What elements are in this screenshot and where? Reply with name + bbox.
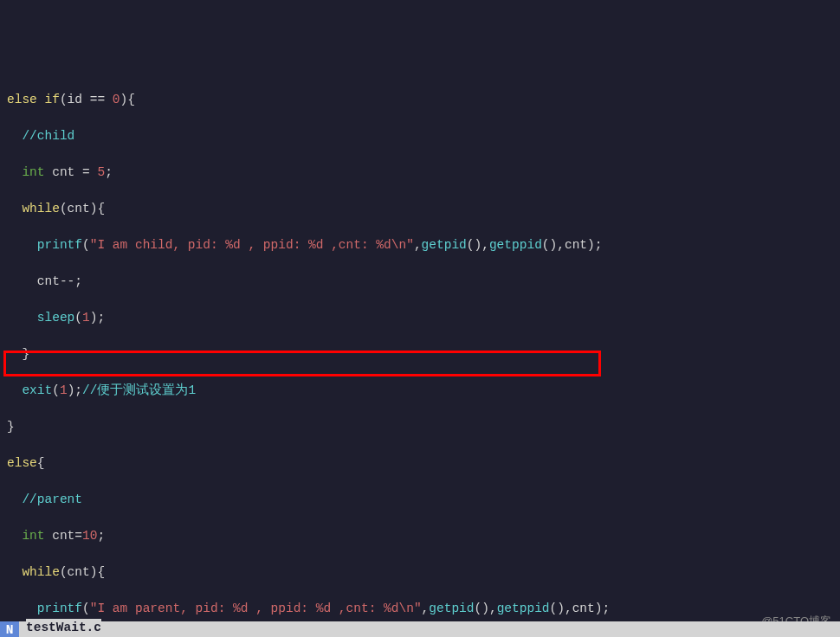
code-line: }: [7, 418, 840, 436]
code-line: while(cnt){: [7, 200, 840, 218]
code-line: int cnt=10;: [7, 527, 840, 545]
status-bar: [0, 621, 840, 637]
code-line: else{: [7, 454, 840, 473]
code-line: sleep(1);: [7, 309, 840, 327]
code-line: }: [7, 345, 840, 364]
code-editor[interactable]: else if(id == 0){ //child int cnt = 5; w…: [7, 73, 840, 637]
code-line: cnt--;: [7, 273, 840, 291]
code-line: int cnt = 5;: [7, 164, 840, 182]
code-line: printf("I am child, pid: %d , ppid: %d ,…: [7, 236, 840, 254]
filename-label: testWait.c: [26, 619, 101, 637]
code-line: else if(id == 0){: [7, 91, 840, 109]
code-line: while(cnt){: [7, 563, 840, 582]
code-line: exit(1);//便于测试设置为1: [7, 382, 840, 400]
vim-mode-indicator: N: [0, 621, 19, 637]
code-line: //child: [7, 127, 840, 145]
code-line: //parent: [7, 491, 840, 509]
code-line: printf("I am parent, pid: %d , ppid: %d …: [7, 600, 840, 618]
